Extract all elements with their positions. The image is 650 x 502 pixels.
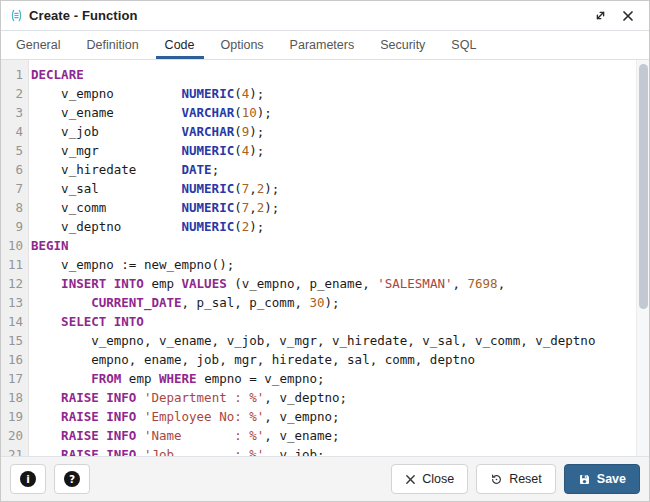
line-number: 5 xyxy=(1,141,28,160)
tab-general[interactable]: General xyxy=(7,31,69,59)
code-text: v_deptno NUMERIC(2); xyxy=(28,217,649,236)
dialog-header: Create - Function xyxy=(1,1,649,31)
line-number: 2 xyxy=(1,84,28,103)
code-text: BEGIN xyxy=(28,236,649,255)
code-text: RAISE INFO 'Name : %', v_ename; xyxy=(28,426,649,445)
line-number: 20 xyxy=(1,426,28,445)
function-icon xyxy=(9,8,24,23)
line-number: 11 xyxy=(1,255,28,274)
tab-security[interactable]: Security xyxy=(371,31,434,59)
code-line[interactable]: 10BEGIN xyxy=(1,236,649,255)
code-text: v_ename VARCHAR(10); xyxy=(28,103,649,122)
close-button[interactable] xyxy=(617,5,639,27)
code-line[interactable]: 7 v_sal NUMERIC(7,2); xyxy=(1,179,649,198)
code-line[interactable]: 12 INSERT INTO emp VALUES (v_empno, p_en… xyxy=(1,274,649,293)
code-line[interactable]: 2 v_empno NUMERIC(4); xyxy=(1,84,649,103)
code-lines: 1DECLARE2 v_empno NUMERIC(4);3 v_ename V… xyxy=(1,60,649,456)
code-line[interactable]: 9 v_deptno NUMERIC(2); xyxy=(1,217,649,236)
line-number: 17 xyxy=(1,369,28,388)
code-text: v_job VARCHAR(9); xyxy=(28,122,649,141)
code-line[interactable]: 14 SELECT INTO xyxy=(1,312,649,331)
info-button[interactable]: i xyxy=(10,464,46,494)
help-button[interactable]: ? xyxy=(54,464,90,494)
help-icon: ? xyxy=(64,471,80,487)
close-x-icon xyxy=(405,474,416,485)
code-line[interactable]: 8 v_comm NUMERIC(7,2); xyxy=(1,198,649,217)
line-number: 10 xyxy=(1,236,28,255)
line-number: 16 xyxy=(1,350,28,369)
dialog-footer: i ? Close xyxy=(1,456,649,501)
line-number: 8 xyxy=(1,198,28,217)
line-number: 3 xyxy=(1,103,28,122)
code-line[interactable]: 21 RAISE INFO 'Job : %', v_job; xyxy=(1,445,649,456)
code-line[interactable]: 1DECLARE xyxy=(1,65,649,84)
create-function-dialog: Create - Function GeneralDefinitionCodeO… xyxy=(0,0,650,502)
footer-save-button[interactable]: Save xyxy=(564,464,640,494)
line-number: 15 xyxy=(1,331,28,350)
code-line[interactable]: 15 v_empno, v_ename, v_job, v_mgr, v_hir… xyxy=(1,331,649,350)
tab-code[interactable]: Code xyxy=(156,31,204,59)
code-text: CURRENT_DATE, p_sal, p_comm, 30); xyxy=(28,293,649,312)
close-label: Close xyxy=(422,472,454,486)
tab-sql[interactable]: SQL xyxy=(442,31,485,59)
code-line[interactable]: 18 RAISE INFO 'Department : %', v_deptno… xyxy=(1,388,649,407)
code-text: DECLARE xyxy=(28,65,649,84)
footer-reset-button[interactable]: Reset xyxy=(476,464,556,494)
expand-button[interactable] xyxy=(589,5,611,27)
code-text: v_sal NUMERIC(7,2); xyxy=(28,179,649,198)
dialog-title: Create - Function xyxy=(29,8,138,23)
code-line[interactable]: 17 FROM emp WHERE empno = v_empno; xyxy=(1,369,649,388)
reset-icon xyxy=(490,473,503,486)
code-line[interactable]: 19 RAISE INFO 'Employee No: %', v_empno; xyxy=(1,407,649,426)
tab-parameters[interactable]: Parameters xyxy=(281,31,364,59)
code-text: RAISE INFO 'Department : %', v_deptno; xyxy=(28,388,649,407)
line-number: 13 xyxy=(1,293,28,312)
code-line[interactable]: 6 v_hiredate DATE; xyxy=(1,160,649,179)
code-line[interactable]: 3 v_ename VARCHAR(10); xyxy=(1,103,649,122)
code-text: FROM emp WHERE empno = v_empno; xyxy=(28,369,649,388)
line-number: 18 xyxy=(1,388,28,407)
tab-options[interactable]: Options xyxy=(212,31,273,59)
code-line[interactable]: 5 v_mgr NUMERIC(4); xyxy=(1,141,649,160)
code-line[interactable]: 13 CURRENT_DATE, p_sal, p_comm, 30); xyxy=(1,293,649,312)
code-text: SELECT INTO xyxy=(28,312,649,331)
line-number: 6 xyxy=(1,160,28,179)
close-icon xyxy=(622,10,634,22)
code-text: RAISE INFO 'Employee No: %', v_empno; xyxy=(28,407,649,426)
code-text: empno, ename, job, mgr, hiredate, sal, c… xyxy=(28,350,649,369)
code-text: v_empno NUMERIC(4); xyxy=(28,84,649,103)
code-text: INSERT INTO emp VALUES (v_empno, p_ename… xyxy=(28,274,649,293)
code-text: v_hiredate DATE; xyxy=(28,160,649,179)
line-number: 14 xyxy=(1,312,28,331)
line-number: 1 xyxy=(1,65,28,84)
line-number: 19 xyxy=(1,407,28,426)
code-line[interactable]: 4 v_job VARCHAR(9); xyxy=(1,122,649,141)
code-text: v_empno := new_empno(); xyxy=(28,255,649,274)
line-number: 7 xyxy=(1,179,28,198)
code-text: v_mgr NUMERIC(4); xyxy=(28,141,649,160)
scrollbar-thumb[interactable] xyxy=(639,64,648,309)
footer-close-button[interactable]: Close xyxy=(391,464,468,494)
save-label: Save xyxy=(597,472,626,486)
code-text: v_empno, v_ename, v_job, v_mgr, v_hireda… xyxy=(28,331,649,350)
expand-icon xyxy=(594,9,607,22)
tab-bar: GeneralDefinitionCodeOptionsParametersSe… xyxy=(1,31,649,60)
tab-definition[interactable]: Definition xyxy=(77,31,147,59)
code-line[interactable]: 11 v_empno := new_empno(); xyxy=(1,255,649,274)
info-icon: i xyxy=(20,471,36,487)
code-text: RAISE INFO 'Job : %', v_job; xyxy=(28,445,649,456)
code-text: v_comm NUMERIC(7,2); xyxy=(28,198,649,217)
reset-label: Reset xyxy=(509,472,542,486)
code-editor[interactable]: 1DECLARE2 v_empno NUMERIC(4);3 v_ename V… xyxy=(1,60,649,456)
line-number: 21 xyxy=(1,445,28,456)
code-line[interactable]: 20 RAISE INFO 'Name : %', v_ename; xyxy=(1,426,649,445)
line-number: 4 xyxy=(1,122,28,141)
line-number: 9 xyxy=(1,217,28,236)
footer-actions: Close Reset xyxy=(391,464,640,494)
scrollbar[interactable] xyxy=(636,60,649,456)
code-line[interactable]: 16 empno, ename, job, mgr, hiredate, sal… xyxy=(1,350,649,369)
line-number: 12 xyxy=(1,274,28,293)
save-icon xyxy=(578,473,591,486)
